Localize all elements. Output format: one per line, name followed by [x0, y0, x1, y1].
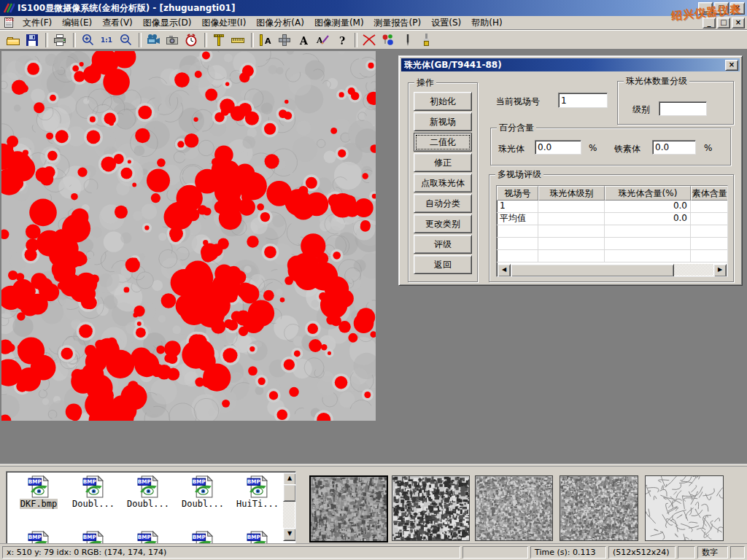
print-icon[interactable] [52, 32, 69, 48]
file-name[interactable]: Doubl... [71, 499, 115, 509]
status-image-size: (512x512x24) [608, 546, 676, 559]
multi-field-table[interactable]: 视场号 珠光体级别 珠光体含量(%) 铁素体含量(%) 1 0.0 平均值 0.… [496, 185, 728, 277]
file-item[interactable]: BMP [122, 530, 174, 544]
pen-icon[interactable] [399, 32, 417, 48]
file-item[interactable]: BMP [67, 530, 120, 544]
toolbar-separator [204, 33, 207, 47]
file-item[interactable]: BMP [177, 530, 229, 544]
brush-icon[interactable] [418, 32, 436, 48]
document-system-icon[interactable] [3, 17, 15, 28]
pick-pearlite-button[interactable]: 点取珠光体 [414, 174, 472, 192]
restore-button[interactable]: □ [714, 2, 729, 15]
grade-group: 珠光体数量分级 级别 [617, 81, 734, 125]
bmp-file-icon: BMP [12, 475, 65, 499]
svg-text:BMP: BMP [82, 534, 96, 540]
save-icon[interactable] [24, 32, 42, 48]
grid-icon[interactable] [276, 32, 294, 48]
file-name[interactable]: DKF.bmp [20, 499, 58, 509]
current-field-input[interactable] [558, 93, 608, 108]
mdi-minimize-button[interactable]: _ [703, 18, 716, 28]
file-item[interactable]: BMP Doubl... [177, 475, 229, 509]
table-row[interactable]: 1 0.0 [497, 201, 727, 213]
menu-file[interactable]: 文件(F) [18, 16, 57, 30]
dialog-title-bar[interactable]: 珠光体(GB/T9441-88) × [401, 58, 740, 71]
menu-view[interactable]: 查看(V) [97, 16, 138, 30]
file-item[interactable]: BMP [12, 530, 65, 544]
file-name[interactable]: Doubl... [181, 499, 225, 509]
table-horizontal-scrollbar[interactable]: ◀ ▶ [498, 264, 727, 276]
pearlite-percent-input[interactable] [535, 140, 581, 155]
measure-text-icon[interactable] [258, 32, 275, 48]
file-list-scrollbar[interactable]: ▲ ▼ [283, 472, 295, 541]
menu-edit[interactable]: 编辑(E) [57, 16, 97, 30]
close-button[interactable]: × [730, 2, 745, 15]
menu-image-display[interactable]: 图像显示(D) [138, 16, 197, 30]
file-name[interactable]: HuiTi... [236, 499, 279, 509]
thumbnail-3[interactable] [475, 475, 553, 541]
scroll-right-button[interactable]: ▶ [713, 264, 727, 277]
camera-icon[interactable] [164, 32, 182, 48]
return-button[interactable]: 返回 [414, 255, 472, 274]
minimize-button[interactable]: _ [698, 2, 713, 15]
grade-input[interactable] [659, 101, 707, 116]
scroll-thumb[interactable] [283, 484, 296, 502]
menu-help[interactable]: 帮助(H) [466, 16, 507, 30]
curve-cut-icon[interactable] [361, 32, 379, 48]
col-field-no[interactable]: 视场号 [497, 186, 538, 201]
col-ferrite-content[interactable]: 铁素体含量(%) [691, 186, 728, 201]
file-item[interactable]: BMP DKF.bmp [12, 475, 65, 509]
file-browser[interactable]: BMP DKF.bmp BMP Doubl... BMP Doubl... BM… [6, 471, 296, 544]
scroll-thumb[interactable] [511, 264, 674, 277]
thumbnail-1[interactable] [309, 475, 388, 542]
menu-image-analysis[interactable]: 图像分析(A) [251, 16, 309, 30]
color-dots-icon[interactable] [380, 32, 398, 48]
micrograph-image[interactable] [1, 51, 376, 421]
text-icon[interactable] [295, 32, 313, 48]
thumbnail-5[interactable] [645, 475, 724, 541]
file-item[interactable]: BMP [231, 530, 284, 544]
col-pearlite-grade[interactable]: 珠光体级别 [538, 186, 605, 201]
svg-text:BMP: BMP [247, 478, 260, 485]
ferrite-percent-unit: % [704, 143, 712, 153]
init-button[interactable]: 初始化 [414, 92, 472, 111]
file-item[interactable]: BMP Doubl... [67, 475, 120, 509]
ferrite-percent-input[interactable] [652, 140, 696, 155]
mdi-restore-button[interactable]: □ [717, 18, 730, 28]
bmp-file-icon: BMP [231, 475, 284, 499]
change-class-button[interactable]: 更改类别 [414, 214, 472, 233]
menu-image-measure[interactable]: 图像测量(M) [309, 16, 369, 30]
menu-image-process[interactable]: 图像处理(I) [196, 16, 251, 30]
thumbnail-2[interactable] [392, 475, 470, 541]
timer-icon[interactable] [183, 32, 201, 48]
ruler-icon[interactable] [230, 32, 247, 48]
zoom-in-icon[interactable] [80, 32, 97, 48]
correct-button[interactable]: 修正 [414, 153, 472, 172]
open-icon[interactable] [5, 32, 23, 48]
scroll-left-button[interactable]: ◀ [498, 264, 511, 277]
thumbnail-4[interactable] [560, 475, 638, 541]
scroll-down-button[interactable]: ▼ [283, 528, 296, 541]
menu-report[interactable]: 测量报告(P) [369, 16, 427, 30]
rate-button[interactable]: 评级 [414, 235, 472, 254]
multi-field-group: 多视场评级 视场号 珠光体级别 珠光体含量(%) 铁素体含量(%) 1 0.0 … [489, 174, 734, 282]
actual-size-icon[interactable] [98, 32, 116, 48]
app-window: IS100显微摄像系统(金相分析版) - [zhuguangti01] _ □ … [0, 0, 747, 560]
video-camera-icon[interactable] [145, 32, 163, 48]
menu-settings[interactable]: 设置(S) [426, 16, 466, 30]
zoom-out-icon[interactable] [117, 32, 135, 48]
caliper-icon[interactable] [211, 32, 228, 48]
new-field-button[interactable]: 新视场 [414, 112, 472, 131]
annotate-icon[interactable] [314, 32, 332, 48]
mdi-close-button[interactable]: × [732, 18, 745, 28]
dialog-close-button[interactable]: × [725, 60, 738, 71]
auto-classify-button[interactable]: 自动分类 [414, 194, 472, 213]
percent-group: 百分含量 珠光体 % 铁素体 % [490, 128, 731, 166]
table-row[interactable]: 平均值 0.0 [497, 213, 727, 225]
help-icon[interactable] [333, 32, 351, 48]
file-name[interactable]: Doubl... [126, 499, 170, 509]
file-item[interactable]: BMP HuiTi... [231, 475, 284, 509]
file-item[interactable]: BMP Doubl... [122, 475, 174, 509]
col-pearlite-content[interactable]: 珠光体含量(%) [605, 186, 691, 201]
binarize-button[interactable]: 二值化 [414, 133, 472, 152]
status-coordinates: x: 510 y: 79 idx: 0 RGB: (174, 174, 174) [2, 546, 460, 559]
